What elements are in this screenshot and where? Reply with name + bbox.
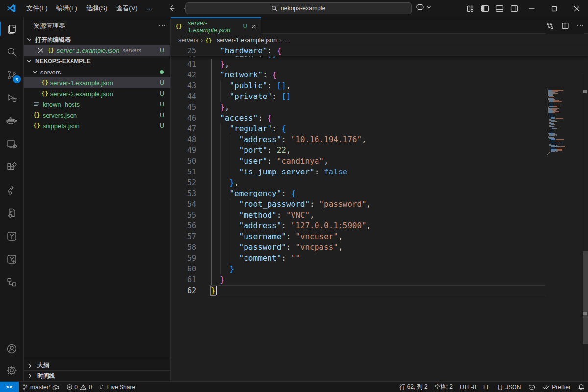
code-line-54[interactable]: 54"root_password": "password", [171, 199, 588, 210]
open-changes-icon[interactable] [546, 22, 554, 30]
more-actions-icon[interactable] [576, 22, 584, 30]
code-line-53[interactable]: 53"emergency": { [171, 188, 588, 199]
code-line-46[interactable]: 46"access": { [171, 113, 588, 123]
boxed-tool-icon-1[interactable] [0, 224, 23, 247]
remote-indicator[interactable]: >< [0, 382, 19, 392]
workspace-root-header[interactable]: NEKOPS-EXAMPLE [24, 56, 170, 67]
line-number[interactable]: 25 [171, 46, 196, 56]
scrollbar-thumb[interactable] [583, 251, 588, 344]
code-line-48[interactable]: 48"address": "10.16.194.176", [171, 134, 588, 145]
code-viewport[interactable]: 25"hardware": { 40"disk": [] 41},42"netw… [171, 46, 588, 381]
code-line-49[interactable]: 49"port": 22, [171, 145, 588, 156]
code-line-41[interactable]: 41}, [171, 59, 588, 70]
command-center-search[interactable]: nekops-example [185, 2, 412, 14]
breadcrumb-more[interactable]: … [284, 37, 290, 44]
menubar-item[interactable]: 查看(V) [112, 2, 142, 15]
tree-file-server-2-example-json[interactable]: {}server-2.example.jsonU [24, 88, 170, 99]
line-number[interactable]: 60 [171, 264, 196, 274]
menubar-item[interactable]: 文件(F) [22, 2, 52, 15]
live-share-status-item[interactable]: Live Share [96, 382, 139, 392]
code-line-59[interactable]: 59"comment": "" [171, 253, 588, 264]
tree-folder-servers[interactable]: servers [24, 67, 170, 77]
line-number[interactable]: 53 [171, 188, 196, 199]
minimap[interactable] [546, 74, 582, 381]
line-number[interactable]: 40 [171, 56, 196, 59]
tab-close-icon[interactable] [251, 23, 257, 30]
code-line-44[interactable]: 44"private": [] [171, 91, 588, 102]
split-editor-icon[interactable] [561, 22, 569, 30]
extensions-icon[interactable] [0, 155, 23, 178]
code-line-25[interactable]: 25"hardware": { [171, 46, 588, 56]
settings-gear-icon[interactable] [0, 360, 23, 381]
menubar-item[interactable]: 编辑(E) [52, 2, 82, 15]
git-branch-item[interactable]: master* [19, 382, 63, 392]
line-number[interactable]: 42 [171, 70, 196, 80]
encoding-item[interactable]: UTF-8 [456, 382, 480, 392]
tab-server-1-example-json[interactable]: {} server-1.example.json U [171, 17, 261, 34]
cursor-position-item[interactable]: 行 62, 列 2 [396, 382, 431, 392]
close-button[interactable] [565, 0, 588, 17]
sidebar-more-actions-icon[interactable] [158, 22, 166, 30]
explorer-icon[interactable] [0, 17, 23, 40]
code-line-51[interactable]: 51"is_jump_server": false [171, 167, 588, 177]
notifications-bell-item[interactable] [574, 382, 588, 392]
indentation-item[interactable]: 空格: 2 [431, 382, 456, 392]
line-number[interactable]: 43 [171, 80, 196, 91]
vertical-scrollbar[interactable] [582, 74, 588, 381]
docker-icon[interactable] [0, 109, 23, 132]
menubar-item[interactable]: ··· [142, 3, 157, 14]
line-number[interactable]: 59 [171, 253, 196, 264]
code-line-61[interactable]: 61} [171, 274, 588, 285]
line-number[interactable]: 46 [171, 113, 196, 123]
sticky-scroll-line[interactable]: 25"hardware": { [171, 46, 588, 56]
code-line-55[interactable]: 55"method": "VNC", [171, 210, 588, 220]
line-number[interactable]: 41 [171, 59, 196, 70]
remote-explorer-icon[interactable] [0, 132, 23, 155]
code-line-60[interactable]: 60} [171, 264, 588, 274]
maximize-button[interactable] [543, 0, 565, 17]
close-icon[interactable] [37, 47, 44, 54]
code-line-42[interactable]: 42"network": { [171, 70, 588, 80]
search-view-icon[interactable] [0, 40, 23, 63]
code-line-40[interactable]: 40"disk": [] [171, 56, 588, 59]
open-editors-header[interactable]: 打开的编辑器 [24, 34, 170, 45]
eol-item[interactable]: LF [480, 382, 493, 392]
code-line-43[interactable]: 43"public": [], [171, 80, 588, 91]
line-number[interactable]: 54 [171, 199, 196, 210]
code-line-52[interactable]: 52}, [171, 177, 588, 188]
tree-file-known-hosts[interactable]: known_hostsU [24, 99, 170, 110]
source-control-icon[interactable]: 5 [0, 63, 23, 86]
breadcrumb-file[interactable]: server-1.example.json [217, 37, 277, 44]
toggle-panel-icon[interactable] [495, 4, 504, 13]
outline-section[interactable]: 大纲 [24, 360, 170, 370]
file-gear-tool-icon[interactable] [0, 201, 23, 224]
problems-item[interactable]: 0 0 [63, 382, 95, 392]
back-arrow-icon[interactable] [168, 4, 176, 12]
code-line-45[interactable]: 45}, [171, 102, 588, 113]
line-number[interactable]: 45 [171, 102, 196, 113]
minimize-button[interactable] [520, 0, 543, 17]
line-number[interactable]: 50 [171, 156, 196, 167]
run-debug-icon[interactable] [0, 86, 23, 109]
line-number[interactable]: 57 [171, 231, 196, 242]
live-share-icon[interactable] [0, 178, 23, 201]
timeline-section[interactable]: 时间线 [24, 370, 170, 381]
tree-file-servers-json[interactable]: {}servers.jsonU [24, 110, 170, 121]
menubar-item[interactable]: 选择(S) [82, 2, 112, 15]
tree-file-snippets-json[interactable]: {}snippets.jsonU [24, 121, 170, 131]
tree-file-server-1-example-json[interactable]: {}server-1.example.jsonU [24, 77, 170, 88]
copilot-status-item[interactable] [524, 382, 539, 392]
open-editor-item[interactable]: {} server-1.example.json servers U [24, 45, 170, 56]
line-number[interactable]: 55 [171, 210, 196, 220]
copilot-menu-button[interactable] [416, 2, 431, 12]
boxed-tool-icon-2[interactable] [0, 247, 23, 270]
line-number[interactable]: 51 [171, 167, 196, 177]
code-line-56[interactable]: 56"address": "127.0.0.1:5900", [171, 220, 588, 231]
code-line-50[interactable]: 50"user": "candinya", [171, 156, 588, 167]
line-number[interactable]: 44 [171, 91, 196, 102]
line-number[interactable]: 56 [171, 220, 196, 231]
code-line-47[interactable]: 47"regular": { [171, 123, 588, 134]
toggle-primary-sidebar-icon[interactable] [481, 4, 489, 13]
formatter-item[interactable]: Prettier [539, 382, 574, 392]
breadcrumb-folder[interactable]: servers [178, 37, 198, 44]
